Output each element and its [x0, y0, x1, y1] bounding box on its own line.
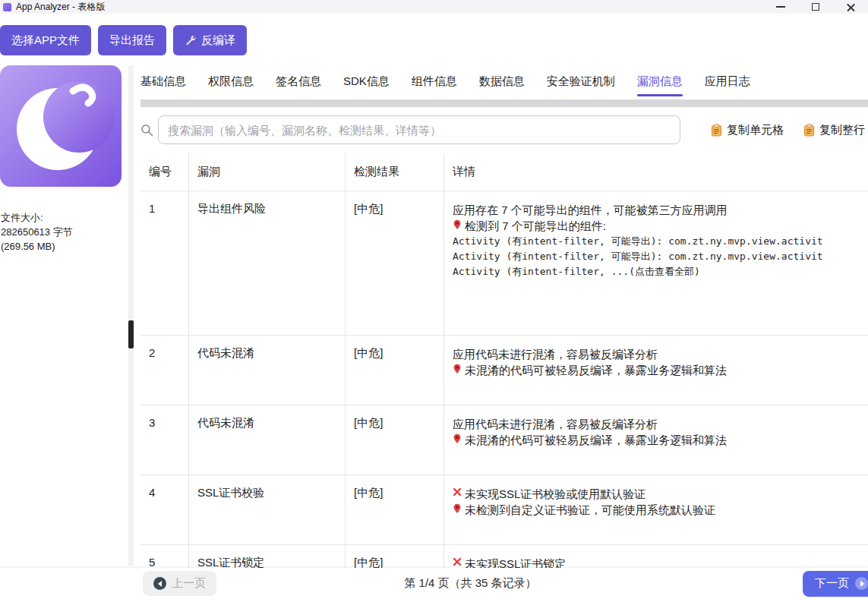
maximize-button[interactable]	[798, 0, 833, 14]
window-title: App Analyzer - 表格版	[16, 1, 105, 14]
detail-line: Activity (有intent-filter, 可能导出): com.zt.…	[453, 249, 860, 264]
table-header-row: 编号 漏洞 检测结果 详情	[140, 153, 868, 191]
file-size-bytes: 282650613 字节	[1, 225, 122, 240]
cell-id: 2	[140, 336, 189, 405]
app-logo	[0, 65, 122, 187]
next-icon	[855, 577, 868, 590]
vertical-scrollbar-thumb[interactable]	[128, 320, 134, 348]
vulnerability-table: 编号 漏洞 检测结果 详情 1 导出组件风险 [中危] 应用存在 7 个可能导出…	[140, 153, 868, 569]
pagination-bar: 上一页 第 1/4 页（共 35 条记录） 下一页	[0, 568, 868, 599]
table-row[interactable]: 1 导出组件风险 [中危] 应用存在 7 个可能导出的组件，可能被第三方应用调用…	[140, 191, 868, 336]
detail-line: Activity (有intent-filter, 可能导出): com.zt.…	[453, 234, 860, 249]
fail-icon	[453, 557, 462, 566]
search-icon	[140, 124, 153, 137]
prev-page-button[interactable]: 上一页	[143, 571, 216, 596]
tab-data-info[interactable]: 数据信息	[479, 74, 525, 89]
pin-icon	[453, 503, 462, 514]
main-panel: 基础信息 权限信息 签名信息 SDK信息 组件信息 数据信息 安全验证机制 漏洞…	[140, 65, 868, 569]
pin-icon	[453, 364, 462, 374]
cell-result: [中危]	[346, 545, 444, 569]
detail-line: 未混淆的代码可被轻易反编译，暴露业务逻辑和算法	[453, 432, 860, 448]
table-row[interactable]: 5 SSL证书锁定 [中危] 未实现SSL证书锁定	[140, 545, 868, 569]
cell-vuln: SSL证书校验	[189, 475, 346, 544]
minimize-button[interactable]	[763, 0, 798, 14]
copy-icon	[711, 124, 722, 137]
copy-row-button[interactable]: 复制整行	[803, 123, 865, 137]
col-header-vuln: 漏洞	[189, 153, 346, 191]
search-row: 复制单元格 复制整行	[140, 115, 868, 144]
cell-detail: 应用代码未进行混淆，容易被反编译分析 未混淆的代码可被轻易反编译，暴露业务逻辑和…	[444, 336, 868, 405]
tab-signature-info[interactable]: 签名信息	[276, 74, 321, 89]
cell-result: [中危]	[346, 191, 444, 335]
wrench-icon	[185, 35, 196, 46]
title-bar: App Analyzer - 表格版	[0, 0, 868, 14]
fail-icon	[453, 487, 462, 497]
cell-detail: 应用存在 7 个可能导出的组件，可能被第三方应用调用 检测到 7 个可能导出的组…	[444, 191, 868, 335]
table-row[interactable]: 4 SSL证书校验 [中危] 未实现SSL证书校验或使用默认验证 未检测到自定义…	[140, 475, 868, 545]
cell-id: 4	[140, 475, 189, 544]
detail-line: 应用代码未进行混淆，容易被反编译分析	[453, 346, 860, 362]
cell-vuln: 代码未混淆	[189, 336, 346, 405]
tab-vulnerability-info[interactable]: 漏洞信息	[637, 74, 683, 89]
tab-app-log[interactable]: 应用日志	[705, 74, 750, 89]
sidebar: 文件大小: 282650613 字节 (269.56 MB)	[0, 65, 122, 254]
cell-vuln: SSL证书锁定	[189, 545, 346, 569]
file-size-mb: (269.56 MB)	[1, 240, 122, 254]
cell-result: [中危]	[346, 475, 444, 544]
app-window-icon	[3, 3, 11, 11]
tab-permission-info[interactable]: 权限信息	[208, 74, 254, 89]
minimize-icon	[776, 6, 785, 8]
tab-basic-info[interactable]: 基础信息	[140, 74, 186, 89]
copy-actions: 复制单元格 复制整行	[711, 123, 868, 137]
cell-id: 3	[140, 405, 189, 474]
close-icon	[846, 2, 856, 12]
maximize-icon	[812, 3, 819, 11]
search-input[interactable]	[158, 115, 680, 144]
detail-line: 应用代码未进行混淆，容易被反编译分析	[453, 416, 860, 432]
cell-vuln: 代码未混淆	[189, 405, 346, 474]
tab-security-verification[interactable]: 安全验证机制	[547, 74, 615, 89]
copy-cell-button[interactable]: 复制单元格	[711, 123, 784, 137]
detail-line: 未实现SSL证书校验或使用默认验证	[453, 486, 860, 502]
tab-component-info[interactable]: 组件信息	[412, 74, 457, 89]
col-header-detail: 详情	[444, 153, 868, 191]
tab-sdk-info[interactable]: SDK信息	[343, 74, 390, 89]
pin-icon	[453, 433, 462, 444]
close-button[interactable]	[833, 0, 868, 14]
detail-line-expand[interactable]: Activity (有intent-filter, ...(点击查看全部)	[453, 264, 860, 279]
tab-bar: 基础信息 权限信息 签名信息 SDK信息 组件信息 数据信息 安全验证机制 漏洞…	[140, 65, 868, 89]
detail-line: 检测到 7 个可能导出的组件:	[453, 218, 860, 234]
cell-detail: 应用代码未进行混淆，容易被反编译分析 未混淆的代码可被轻易反编译，暴露业务逻辑和…	[444, 405, 868, 474]
table-row[interactable]: 3 代码未混淆 [中危] 应用代码未进行混淆，容易被反编译分析 未混淆的代码可被…	[140, 405, 868, 475]
export-report-button[interactable]: 导出报告	[98, 25, 166, 55]
decompile-button[interactable]: 反编译	[173, 25, 247, 55]
next-page-button[interactable]: 下一页	[803, 571, 868, 597]
horizontal-scrollbar[interactable]	[140, 99, 868, 107]
col-header-id: 编号	[140, 153, 189, 191]
table-row[interactable]: 2 代码未混淆 [中危] 应用代码未进行混淆，容易被反编译分析 未混淆的代码可被…	[140, 336, 868, 405]
detail-line: 未混淆的代码可被轻易反编译，暴露业务逻辑和算法	[453, 362, 860, 378]
cell-detail: 未实现SSL证书校验或使用默认验证 未检测到自定义证书验证，可能使用系统默认验证	[444, 475, 868, 544]
cell-id: 5	[140, 545, 189, 569]
cell-detail: 未实现SSL证书锁定	[444, 545, 868, 569]
cell-result: [中危]	[346, 405, 444, 474]
detail-line: 未检测到自定义证书验证，可能使用系统默认验证	[453, 502, 860, 518]
cell-id: 1	[140, 191, 189, 335]
toolbar: 选择APP文件 导出报告 反编译	[0, 25, 247, 55]
cell-result: [中危]	[346, 336, 444, 405]
prev-icon	[153, 577, 166, 590]
pin-icon	[453, 219, 462, 230]
detail-line: 应用存在 7 个可能导出的组件，可能被第三方应用调用	[453, 202, 860, 218]
file-size-label: 文件大小:	[1, 211, 122, 225]
select-app-button[interactable]: 选择APP文件	[0, 25, 91, 55]
cell-vuln: 导出组件风险	[189, 191, 346, 335]
file-size-info: 文件大小: 282650613 字节 (269.56 MB)	[0, 211, 122, 254]
window-controls	[763, 0, 868, 14]
copy-icon	[803, 124, 815, 137]
col-header-result: 检测结果	[346, 153, 444, 191]
page-info: 第 1/4 页（共 35 条记录）	[404, 576, 536, 591]
vertical-scrollbar-track[interactable]	[128, 65, 134, 566]
